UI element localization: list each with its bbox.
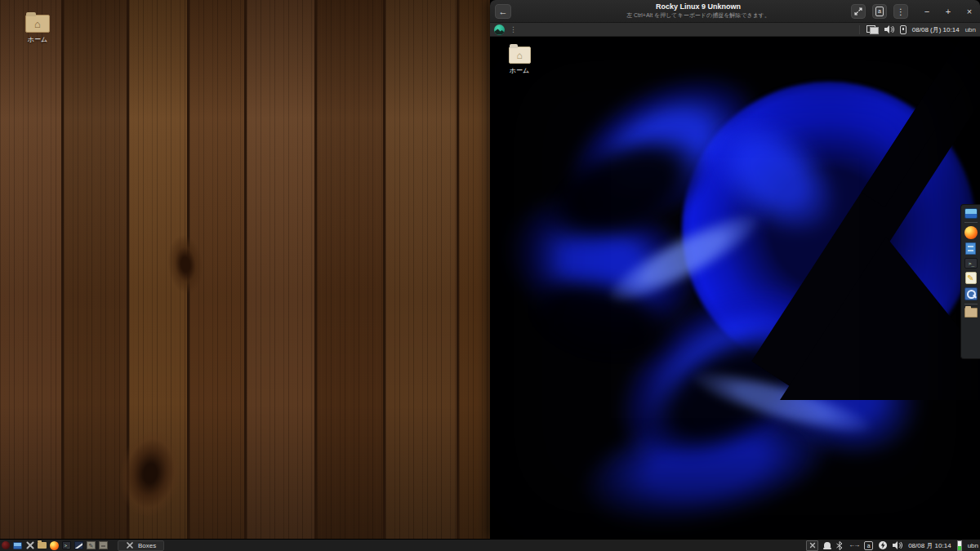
user-menu[interactable]: ubn: [968, 542, 978, 549]
window-controls: − + ×: [921, 7, 975, 16]
kebab-menu-icon: ⋮: [897, 7, 905, 16]
bluetooth-icon[interactable]: [836, 541, 843, 550]
keyboard-grab-hint: 左 Ctrl+Alt を押してキーボードの捕捉を解除できます。: [555, 11, 841, 20]
minimize-button[interactable]: −: [921, 7, 933, 16]
vm-top-panel: ⋮ 08/08 (月) 10:14 ubn: [490, 23, 980, 37]
house-icon: ⌂: [510, 47, 530, 63]
workspace-switcher[interactable]: [806, 540, 818, 551]
wallpaper-highlight: [600, 200, 768, 316]
fullscreen-button[interactable]: [851, 4, 866, 19]
power-mode-icon[interactable]: [879, 541, 887, 549]
folder-icon: ⌂: [509, 47, 531, 64]
volume-icon[interactable]: [893, 541, 902, 549]
firefox-icon[interactable]: [964, 226, 978, 239]
vm-desktop-wallpaper: ⌂ ホーム: [490, 37, 980, 539]
volume-icon[interactable]: [884, 25, 894, 33]
maximize-button[interactable]: +: [942, 7, 954, 16]
wallpaper-swirl: [543, 42, 785, 251]
host-taskbar: >_ ✎ Boxes ←→ a 08/08 月: [0, 539, 980, 551]
window-title: Rocky Linux 9 Unknown: [555, 2, 841, 11]
pencil-glyph: ✎: [967, 274, 973, 282]
text-editor-launcher-icon[interactable]: ✎: [87, 541, 96, 549]
image-viewer-launcher-icon[interactable]: [74, 541, 83, 549]
rocky-logo-mountain: [780, 237, 980, 400]
dock-separator: [964, 304, 978, 304]
system-monitor-gauge[interactable]: [957, 540, 962, 551]
system-tray: ←→ a 08/08 月 10:14 ubn: [806, 540, 980, 551]
pencil-glyph: ✎: [89, 543, 94, 549]
house-icon: ⌂: [26, 16, 49, 32]
firefox-launcher-icon[interactable]: [50, 541, 59, 550]
window-switcher-icon[interactable]: [26, 541, 34, 549]
wood-plank: [64, 0, 129, 539]
send-key-button[interactable]: a: [872, 4, 887, 19]
fullscreen-icon: [854, 7, 862, 16]
boxes-titlebar[interactable]: ← Rocky Linux 9 Unknown 左 Ctrl+Alt を押してキ…: [490, 0, 980, 23]
dock-separator: [964, 222, 978, 223]
notifications-icon[interactable]: [824, 542, 831, 548]
task-button-label: Boxes: [138, 542, 156, 549]
edge-dock: >_ ✎: [960, 204, 980, 359]
boxes-window: ← Rocky Linux 9 Unknown 左 Ctrl+Alt を押してキ…: [490, 0, 980, 539]
panel-handle-icon[interactable]: ⋮: [510, 26, 517, 33]
menu-button[interactable]: ⋮: [893, 4, 908, 19]
prompt-glyph: >_: [65, 542, 69, 549]
menu-icon[interactable]: [2, 541, 10, 549]
display-settings-icon[interactable]: [964, 208, 978, 219]
screen: ⌂ ホーム ← Rocky Linux 9 Unknown 左 Ctrl+Alt…: [0, 0, 980, 551]
screenshot-search-icon[interactable]: [964, 287, 978, 300]
vm-clock[interactable]: 08/08 (月) 10:14: [912, 25, 960, 34]
workspace-icon: [809, 543, 815, 549]
titlebar-text: Rocky Linux 9 Unknown 左 Ctrl+Alt を押してキーボ…: [555, 2, 841, 20]
input-method-icon[interactable]: a: [864, 541, 873, 550]
battery-icon[interactable]: [900, 25, 906, 34]
rocky-logo-slash: [862, 37, 980, 207]
network-icon[interactable]: [866, 25, 879, 34]
terminal-launcher-icon[interactable]: >_: [62, 541, 71, 549]
home-folder-label: ホーム: [18, 35, 57, 44]
vm-display: ⋮ 08/08 (月) 10:14 ubn: [490, 23, 980, 539]
boxes-app-icon: [127, 542, 134, 549]
close-button[interactable]: ×: [964, 7, 975, 16]
rocky-linux-logo-icon[interactable]: [494, 24, 505, 35]
folder-icon: ⌂: [25, 15, 50, 33]
wood-plank: [247, 0, 317, 539]
wood-plank: [189, 0, 247, 539]
vm-tray: 08/08 (月) 10:14 ubn: [859, 25, 976, 34]
package-manager-launcher-icon[interactable]: [99, 541, 108, 549]
prompt-glyph: >_: [969, 259, 974, 268]
file-manager-launcher-icon[interactable]: [38, 542, 47, 549]
host-desktop-wallpaper: ⌂ ホーム: [0, 0, 490, 539]
host-home-folder[interactable]: ⌂ ホーム: [18, 15, 57, 44]
display-launcher-icon[interactable]: [13, 542, 22, 549]
home-folder-label: ホーム: [500, 66, 539, 75]
vm-user-menu[interactable]: ubn: [965, 26, 976, 33]
taskbar-clock[interactable]: 08/08 月 10:14: [908, 541, 951, 550]
wood-plank: [0, 0, 64, 539]
terminal-icon[interactable]: >_: [964, 258, 978, 269]
wood-planks: [0, 0, 490, 539]
titlebar-buttons: a ⋮ − + ×: [851, 4, 975, 19]
wood-plank: [129, 0, 189, 539]
wood-plank: [385, 0, 459, 539]
wood-plank: [459, 0, 490, 539]
wallpaper-shadow: [523, 111, 722, 269]
vm-home-folder[interactable]: ⌂ ホーム: [500, 47, 539, 75]
wallpaper-swirl: [571, 387, 841, 539]
wallpaper-swirl: [684, 90, 863, 262]
folder-shortcut-icon[interactable]: [964, 308, 978, 318]
keyboard-a-icon: a: [875, 7, 884, 16]
back-arrow-icon: ←: [499, 7, 508, 16]
back-button[interactable]: ←: [495, 4, 511, 19]
boxes-task-button[interactable]: Boxes: [118, 540, 164, 551]
wallpaper-shadow: [510, 260, 686, 381]
text-editor-icon[interactable]: ✎: [965, 272, 977, 284]
network-arrows-icon[interactable]: ←→: [849, 542, 858, 549]
file-manager-icon[interactable]: [965, 242, 976, 255]
wood-plank: [317, 0, 385, 539]
wallpaper-swirl: [490, 168, 719, 362]
